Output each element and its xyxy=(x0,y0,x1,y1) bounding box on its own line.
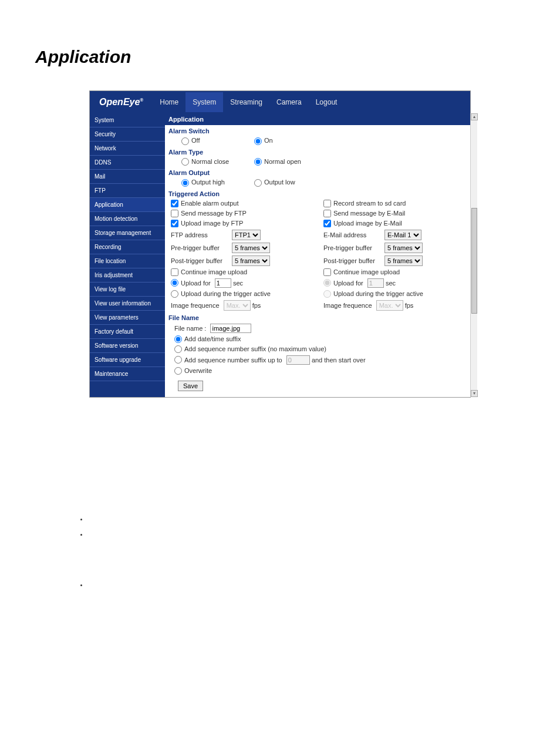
ftp-upload-during-label: Upload during the trigger active xyxy=(181,290,271,297)
normal-close-radio[interactable] xyxy=(181,158,189,166)
sidebar-item-view-user[interactable]: View user information xyxy=(90,297,165,311)
sidebar-item-factory[interactable]: Factory default xyxy=(90,325,165,339)
sidebar-item-file-location[interactable]: File location xyxy=(90,254,165,268)
nav-camera[interactable]: Camera xyxy=(269,92,309,112)
ftp-pre-select[interactable]: 5 frames xyxy=(232,243,270,253)
output-high-label: Output high xyxy=(191,179,225,186)
email-address-label: E-Mail address xyxy=(323,231,382,238)
ftp-post-label: Post-trigger buffer xyxy=(171,257,230,264)
app-window: OpenEye® Home System Streaming Camera Lo… xyxy=(89,90,471,398)
sidebar-item-ftp[interactable]: FTP xyxy=(90,184,165,198)
seq-upto-input[interactable] xyxy=(286,355,310,365)
file-name-label: File name : xyxy=(174,325,206,332)
email-pre-select[interactable]: 5 frames xyxy=(384,243,423,253)
add-seq-upto-label: Add sequence number suffix up to xyxy=(184,357,282,364)
sidebar-item-storage[interactable]: Storage management xyxy=(90,226,165,240)
ftp-upload-for-radio[interactable] xyxy=(171,279,178,287)
send-ftp-label: Send message by FTP xyxy=(181,210,247,217)
email-pre-label: Pre-trigger buffer xyxy=(323,244,382,251)
send-email-label: Send message by E-Mail xyxy=(333,210,405,217)
normal-open-label: Normal open xyxy=(264,158,301,165)
email-freq-label: Image frequence xyxy=(323,302,372,309)
overwrite-radio[interactable] xyxy=(174,367,182,375)
logo: OpenEye® xyxy=(90,91,153,113)
ftp-upload-for-input[interactable] xyxy=(215,278,231,288)
ftp-sec-label: sec xyxy=(233,280,243,287)
add-date-radio[interactable] xyxy=(174,335,182,343)
sidebar-item-view-params[interactable]: View parameters xyxy=(90,311,165,325)
nav-system[interactable]: System xyxy=(185,92,223,112)
scroll-thumb[interactable] xyxy=(471,208,477,314)
save-button[interactable]: Save xyxy=(178,381,203,391)
upload-ftp-checkbox[interactable] xyxy=(171,220,178,227)
and-then-label: and then start over xyxy=(312,357,366,364)
email-upload-for-radio[interactable] xyxy=(323,279,331,287)
record-sd-label: Record stream to sd card xyxy=(333,200,406,207)
upload-email-label: Upload image by E-Mail xyxy=(333,220,402,227)
bullet-list xyxy=(88,515,560,584)
file-name-input[interactable] xyxy=(210,324,251,333)
ftp-continue-checkbox[interactable] xyxy=(171,268,178,276)
content: Application Alarm Switch Off On Alarm Ty… xyxy=(165,113,470,397)
sidebar-item-recording[interactable]: Recording xyxy=(90,240,165,254)
record-sd-checkbox[interactable] xyxy=(323,200,331,207)
sidebar-item-network[interactable]: Network xyxy=(90,142,165,156)
ftp-upload-during-radio[interactable] xyxy=(171,290,178,298)
sidebar-item-security[interactable]: Security xyxy=(90,127,165,142)
sidebar-item-view-log[interactable]: View log file xyxy=(90,283,165,297)
output-low-radio[interactable] xyxy=(254,179,262,187)
upload-email-checkbox[interactable] xyxy=(323,220,331,227)
ftp-post-select[interactable]: 5 frames xyxy=(232,255,270,266)
alarm-on-radio[interactable] xyxy=(254,137,262,145)
ftp-pre-label: Pre-trigger buffer xyxy=(171,244,230,251)
add-seq-nomax-radio[interactable] xyxy=(174,345,182,353)
enable-alarm-checkbox[interactable] xyxy=(171,200,178,207)
nav-logout[interactable]: Logout xyxy=(309,92,345,112)
sidebar-item-sw-version[interactable]: Software version xyxy=(90,339,165,353)
email-address-select[interactable]: E-Mail 1 xyxy=(384,230,421,240)
ftp-freq-label: Image frequence xyxy=(171,302,220,309)
email-continue-checkbox[interactable] xyxy=(323,268,331,276)
email-upload-during-radio[interactable] xyxy=(323,290,331,298)
nav-streaming[interactable]: Streaming xyxy=(223,92,269,112)
nav-home[interactable]: Home xyxy=(153,92,185,112)
sidebar-item-sw-upgrade[interactable]: Software upgrade xyxy=(90,353,165,367)
alarm-off-label: Off xyxy=(191,137,200,144)
email-upload-for-label: Upload for xyxy=(333,280,363,287)
sidebar-item-iris[interactable]: Iris adjustment xyxy=(90,268,165,283)
alarm-off-radio[interactable] xyxy=(181,137,189,145)
ftp-freq-select[interactable]: Max. xyxy=(224,300,251,311)
send-ftp-checkbox[interactable] xyxy=(171,210,178,217)
content-title: Application xyxy=(165,113,470,125)
email-sec-label: sec xyxy=(386,280,396,287)
output-high-radio[interactable] xyxy=(181,179,189,187)
output-low-label: Output low xyxy=(264,179,295,186)
normal-open-radio[interactable] xyxy=(254,158,262,166)
sidebar-item-system[interactable]: System xyxy=(90,113,165,127)
ftp-address-select[interactable]: FTP1 xyxy=(232,230,261,240)
email-post-select[interactable]: 5 frames xyxy=(384,255,423,266)
add-seq-upto-radio[interactable] xyxy=(174,356,182,364)
sidebar-item-maintenance[interactable]: Maintenance xyxy=(90,367,165,381)
email-freq-select[interactable]: Max. xyxy=(376,300,403,311)
ftp-upload-for-label: Upload for xyxy=(181,280,211,287)
sidebar-item-motion[interactable]: Motion detection xyxy=(90,212,165,226)
alarm-type-title: Alarm Type xyxy=(165,146,470,157)
scroll-down-icon[interactable]: ▾ xyxy=(471,390,478,397)
sidebar-item-application[interactable]: Application xyxy=(90,198,165,212)
overwrite-label: Overwrite xyxy=(184,367,212,374)
alarm-on-label: On xyxy=(264,137,273,144)
enable-alarm-label: Enable alarm output xyxy=(181,200,238,207)
scrollbar[interactable]: ▴ ▾ xyxy=(470,113,477,397)
ftp-continue-label: Continue image upload xyxy=(181,268,247,275)
alarm-switch-title: Alarm Switch xyxy=(165,125,470,136)
sidebar-item-ddns[interactable]: DDNS xyxy=(90,156,165,170)
scroll-up-icon[interactable]: ▴ xyxy=(471,113,478,120)
email-upload-for-input[interactable] xyxy=(367,278,384,288)
sidebar-item-mail[interactable]: Mail xyxy=(90,170,165,184)
email-post-label: Post-trigger buffer xyxy=(323,257,382,264)
email-upload-during-label: Upload during the trigger active xyxy=(333,290,423,297)
email-continue-label: Continue image upload xyxy=(333,268,400,275)
bullet-item xyxy=(88,581,560,584)
send-email-checkbox[interactable] xyxy=(323,210,331,217)
